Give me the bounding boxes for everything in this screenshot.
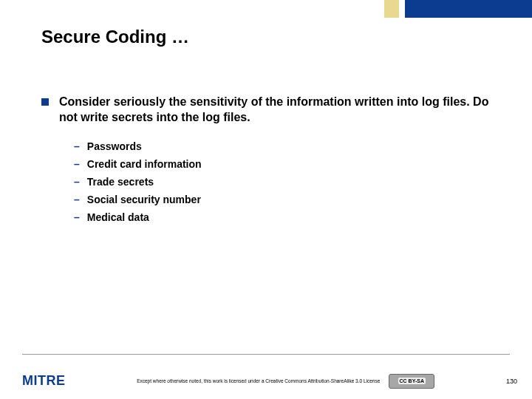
main-bullet-text: Consider seriously the sensitivity of th… <box>59 95 502 126</box>
dash-icon: – <box>74 140 80 152</box>
dash-icon: – <box>74 194 80 205</box>
main-bullet-row: Consider seriously the sensitivity of th… <box>41 95 502 126</box>
slide-content: Consider seriously the sensitivity of th… <box>41 95 502 229</box>
sub-bullet-text: Passwords <box>87 140 142 152</box>
slide-title: Secure Coding … <box>41 27 189 47</box>
page-number: 130 <box>506 378 517 385</box>
sub-bullet-text: Credit card information <box>87 158 202 170</box>
header-accent-bar <box>384 0 532 18</box>
sub-bullet-text: Trade secrets <box>87 176 154 188</box>
list-item: – Passwords <box>74 140 502 152</box>
license-text: Except where otherwise noted, this work … <box>137 378 380 383</box>
list-item: – Medical data <box>74 211 502 223</box>
header-accent-blue <box>405 0 532 18</box>
mitre-logo: MITRE <box>22 373 66 389</box>
header-accent-gap <box>399 0 405 18</box>
dash-icon: – <box>74 211 80 223</box>
sub-bullet-list: – Passwords – Credit card information – … <box>74 140 502 223</box>
dash-icon: – <box>74 176 80 188</box>
license-wrap: Except where otherwise noted, this work … <box>66 374 506 389</box>
sub-bullet-text: Social security number <box>87 194 201 205</box>
cc-badge-label: CC BY-SA <box>398 378 426 384</box>
dash-icon: – <box>74 158 80 170</box>
footer: MITRE Except where otherwise noted, this… <box>22 373 517 389</box>
footer-divider <box>22 354 510 355</box>
sub-bullet-text: Medical data <box>87 211 149 223</box>
list-item: – Social security number <box>74 194 502 205</box>
square-bullet-icon <box>41 98 49 106</box>
header-accent-tan <box>384 0 399 18</box>
cc-badge-icon: CC BY-SA <box>389 374 434 389</box>
list-item: – Credit card information <box>74 158 502 170</box>
list-item: – Trade secrets <box>74 176 502 188</box>
